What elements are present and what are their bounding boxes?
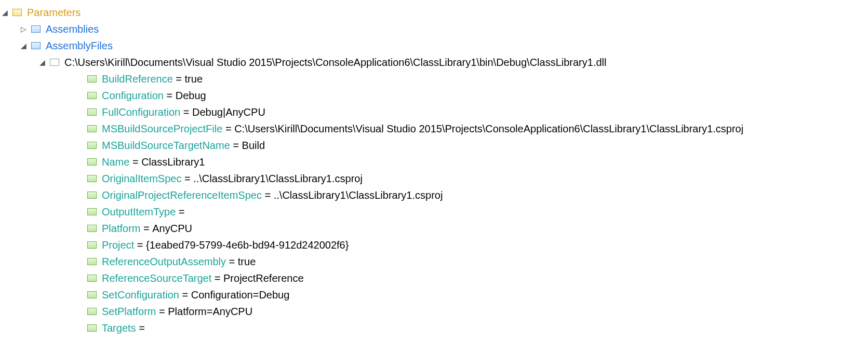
property-value: ClassLibrary1 <box>141 154 205 170</box>
expand-toggle[interactable]: ◢ <box>0 7 9 18</box>
node-label: Parameters <box>27 4 81 21</box>
equals-sign: = <box>180 104 192 120</box>
tree-node-property[interactable]: OriginalProjectReferenceItemSpec = ..\Cl… <box>87 187 443 203</box>
tree-node-property[interactable]: BuildReference = true <box>87 71 203 87</box>
equals-sign: = <box>173 71 185 87</box>
property-key: ReferenceSourceTarget <box>102 270 211 286</box>
property-key: ReferenceOutputAssembly <box>102 253 226 270</box>
tree-node-parameters[interactable]: Parameters <box>12 4 81 21</box>
property-icon <box>87 291 97 298</box>
expand-toggle[interactable]: ▷ <box>19 23 28 35</box>
property-value: Configuration=Debug <box>191 286 290 303</box>
equals-sign: = <box>226 253 238 270</box>
property-icon <box>87 208 97 215</box>
property-icon <box>87 75 97 83</box>
tree-node-property[interactable]: ReferenceSourceTarget = ProjectReference <box>87 270 304 286</box>
property-icon <box>87 142 97 149</box>
property-icon <box>87 241 97 249</box>
tree-node-property[interactable]: Configuration = Debug <box>87 87 206 104</box>
property-value: true <box>238 253 256 270</box>
equals-sign: = <box>262 187 274 203</box>
property-value: Build <box>242 137 265 154</box>
equals-sign: = <box>136 320 148 336</box>
property-icon <box>87 324 97 332</box>
tree-node-assemblies[interactable]: Assemblies <box>31 21 99 37</box>
tree-node-property[interactable]: SetPlatform = Platform=AnyCPU <box>87 303 252 320</box>
property-key: OriginalProjectReferenceItemSpec <box>102 187 262 203</box>
tree-node-property[interactable]: OutputItemType = <box>87 203 188 220</box>
property-value: ProjectReference <box>223 270 304 286</box>
property-key: MSBuildSourceProjectFile <box>102 120 222 137</box>
tree-node-property[interactable]: MSBuildSourceTargetName = Build <box>87 137 265 154</box>
property-value: Debug <box>176 87 206 104</box>
property-key: MSBuildSourceTargetName <box>102 137 230 154</box>
equals-sign: = <box>211 270 223 286</box>
expand-toggle[interactable]: ◢ <box>37 57 47 68</box>
folder-icon <box>12 9 22 16</box>
property-key: Configuration <box>102 87 164 104</box>
property-key: FullConfiguration <box>102 104 180 120</box>
property-key: OriginalItemSpec <box>102 170 181 187</box>
tree-node-property[interactable]: Targets = <box>87 320 148 336</box>
property-key: Name <box>102 154 129 170</box>
tree-node-property[interactable]: Platform = AnyCPU <box>87 220 192 237</box>
tree-node-dll-path[interactable]: C:\Users\Kirill\Documents\Visual Studio … <box>50 54 606 71</box>
tree-node-property[interactable]: Project = {1eabed79-5799-4e6b-bd94-912d2… <box>87 237 349 253</box>
equals-sign: = <box>156 303 168 320</box>
tree-node-property[interactable]: Name = ClassLibrary1 <box>87 154 205 170</box>
node-label: C:\Users\Kirill\Documents\Visual Studio … <box>64 54 606 71</box>
property-icon <box>87 275 97 282</box>
property-value: ..\ClassLibrary1\ClassLibrary1.csproj <box>193 170 363 187</box>
equals-sign: = <box>179 286 191 303</box>
property-value: Platform=AnyCPU <box>168 303 252 320</box>
property-icon <box>87 258 97 265</box>
property-icon <box>87 308 97 315</box>
property-icon <box>87 225 97 232</box>
equals-sign: = <box>140 220 152 237</box>
tree-node-property[interactable]: ReferenceOutputAssembly = true <box>87 253 256 270</box>
property-icon <box>87 158 97 166</box>
equals-sign: = <box>230 137 242 154</box>
equals-sign: = <box>181 170 193 187</box>
property-key: Platform <box>102 220 140 237</box>
property-key: OutputItemType <box>102 203 176 220</box>
param-group-icon <box>31 25 41 33</box>
tree-node-property[interactable]: SetConfiguration = Configuration=Debug <box>87 286 289 303</box>
tree-node-property[interactable]: OriginalItemSpec = ..\ClassLibrary1\Clas… <box>87 170 363 187</box>
property-value: Debug|AnyCPU <box>192 104 265 120</box>
param-group-icon <box>31 42 41 49</box>
property-value: true <box>185 71 203 87</box>
property-icon <box>87 108 97 116</box>
tree-node-property[interactable]: MSBuildSourceProjectFile = C:\Users\Kiri… <box>87 120 743 137</box>
property-key: SetPlatform <box>102 303 156 320</box>
equals-sign: = <box>129 154 141 170</box>
property-value: C:\Users\Kirill\Documents\Visual Studio … <box>234 120 743 137</box>
equals-sign: = <box>164 87 176 104</box>
property-key: BuildReference <box>102 71 173 87</box>
node-label: Assemblies <box>46 21 99 37</box>
equals-sign: = <box>134 237 146 253</box>
property-value: AnyCPU <box>152 220 192 237</box>
tree-node-property[interactable]: FullConfiguration = Debug|AnyCPU <box>87 104 265 120</box>
item-icon <box>50 59 59 66</box>
property-icon <box>87 125 97 132</box>
property-icon <box>87 192 97 199</box>
property-key: Project <box>102 237 134 253</box>
tree-node-assemblyfiles[interactable]: AssemblyFiles <box>31 37 113 54</box>
expand-toggle[interactable]: ◢ <box>19 40 28 51</box>
equals-sign: = <box>222 120 234 137</box>
property-icon <box>87 175 97 182</box>
property-icon <box>87 92 97 99</box>
property-value: ..\ClassLibrary1\ClassLibrary1.csproj <box>274 187 443 203</box>
equals-sign: = <box>176 203 188 220</box>
property-value: {1eabed79-5799-4e6b-bd94-912d242002f6} <box>146 237 349 253</box>
property-key: Targets <box>102 320 136 336</box>
property-key: SetConfiguration <box>102 286 179 303</box>
node-label: AssemblyFiles <box>46 37 113 54</box>
